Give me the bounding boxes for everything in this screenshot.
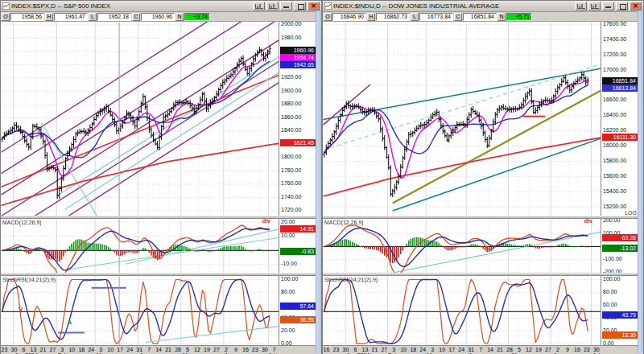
time-axis-day-label: 5 bbox=[186, 347, 189, 352]
price-panel: 2000.001980.001960.001940.001920.001900.… bbox=[1, 22, 321, 216]
low-label: L bbox=[411, 13, 419, 21]
time-axis-day-label: 2 bbox=[556, 347, 559, 352]
time-axis-day-label: 24 bbox=[419, 347, 426, 352]
macd-canvas[interactable] bbox=[1, 219, 279, 273]
chart-tool-button-2[interactable] bbox=[266, 2, 279, 10]
macd-axis[interactable]: 20.0010.00-10.0014.91-0.83 bbox=[279, 219, 316, 273]
chart-tool-button-1[interactable] bbox=[253, 2, 265, 10]
close-button[interactable] bbox=[308, 2, 320, 10]
time-axis-day-label: 10 bbox=[107, 347, 114, 352]
window-scroll-strip[interactable] bbox=[638, 11, 643, 353]
price-badge: 1954.74 bbox=[280, 54, 316, 61]
macd-axis[interactable]: 200.00100.00-100.00-200.0063.28-13.02 bbox=[601, 219, 638, 273]
high-label: H bbox=[45, 13, 53, 21]
chart-window-indu: INDEX:$INDU,D -- DOW JONES INDUSTRIAL AV… bbox=[322, 0, 644, 354]
stochrsi-panel: StochRSI(14,21(2),9) 100.0080.0060.0040.… bbox=[323, 276, 643, 345]
axis-tick-label: 20.00 bbox=[281, 219, 295, 225]
chart-tool-button-2[interactable] bbox=[588, 2, 601, 10]
axis-tick-label: 1840.00 bbox=[281, 127, 301, 134]
axis-tick-label: 100.00 bbox=[603, 276, 620, 282]
price-axis[interactable]: 17600.0017400.0017200.0017000.0016800.00… bbox=[601, 22, 638, 216]
restore-button[interactable] bbox=[294, 2, 306, 10]
titlebar[interactable]: INDEX:$INDU,D -- DOW JONES INDUSTRIAL AV… bbox=[323, 1, 643, 12]
low-label: L bbox=[89, 13, 97, 21]
time-axis-day-label: 30 bbox=[593, 347, 600, 352]
time-axis-day-label: 10 bbox=[400, 347, 407, 352]
time-axis-day-label: 24 bbox=[126, 347, 133, 352]
axis-tick-label: 15400.00 bbox=[603, 188, 626, 195]
axis-tick-label: 16000.00 bbox=[603, 142, 626, 149]
price-badge: 1960.96 bbox=[280, 47, 316, 54]
price-badge: 43.79 bbox=[602, 311, 638, 319]
macd-panel: MACD(12,26,9) 20.0010.00-10.0014.91-0.83 bbox=[1, 219, 321, 273]
low-value: 1952.18 bbox=[97, 13, 131, 21]
axis-tick-label: 1880.00 bbox=[281, 101, 301, 107]
price-chart-canvas[interactable] bbox=[323, 22, 601, 216]
price-badge: 1821.45 bbox=[280, 139, 316, 146]
time-axis-day-label: 13 bbox=[361, 347, 368, 352]
axis-tick-label: 1920.00 bbox=[281, 74, 301, 80]
time-axis-day-label: 9 bbox=[234, 347, 237, 352]
stochrsi-axis[interactable]: 100.0080.0060.0040.0020.000.0043.7913.30 bbox=[601, 276, 638, 345]
minimize-button[interactable] bbox=[280, 2, 292, 10]
restore-icon bbox=[620, 4, 626, 10]
last-value: 16851.84 bbox=[463, 13, 497, 21]
price-badge: 16813.84 bbox=[602, 84, 638, 92]
price-chart-canvas[interactable] bbox=[1, 22, 279, 216]
axis-tick-label: 1780.00 bbox=[281, 167, 301, 174]
axis-tick-label: 15200.00 bbox=[603, 204, 626, 210]
time-axis-day-label: 7 bbox=[147, 347, 151, 352]
quote-bar: O 1958.56 H 1961.47 L 1952.18 C 1960.96 … bbox=[1, 12, 321, 22]
time-axis[interactable]: 2330613212731018243101724317142128512192… bbox=[1, 345, 321, 354]
time-axis-day-label: 27 bbox=[49, 347, 56, 352]
chart-window-spx: INDEX:$SPX,D -- S&P 500 INDEX O 1958.56 … bbox=[0, 0, 322, 354]
time-axis-day-label: 19 bbox=[204, 347, 210, 352]
time-axis-day-label: 6 bbox=[353, 347, 357, 352]
stochrsi-panel: StochRSI(14,21(2),9) 100.0080.0060.0040.… bbox=[1, 276, 321, 345]
open-label: O bbox=[324, 13, 332, 21]
time-axis-day-label: 7 bbox=[479, 347, 482, 352]
axis-tick-label: 100.00 bbox=[281, 276, 298, 282]
open-label: O bbox=[2, 13, 10, 21]
stochrsi-canvas[interactable] bbox=[323, 276, 601, 345]
chart-tool-button-1[interactable] bbox=[575, 2, 587, 10]
time-axis[interactable]: 1623306132127310182431017243171421285121… bbox=[323, 345, 643, 354]
price-axis[interactable]: 2000.001980.001960.001940.001920.001900.… bbox=[279, 22, 316, 216]
axis-tick-label: 200.00 bbox=[603, 219, 620, 224]
time-axis-day-label: 12 bbox=[526, 347, 532, 352]
minimize-button[interactable] bbox=[602, 2, 614, 10]
macd-canvas[interactable] bbox=[323, 219, 601, 273]
time-axis-day-label: 19 bbox=[535, 347, 542, 352]
titlebar[interactable]: INDEX:$SPX,D -- S&P 500 INDEX bbox=[1, 1, 321, 12]
chart-app-icon bbox=[2, 2, 10, 10]
stochrsi-label: StochRSI(14,21(2),9) bbox=[2, 277, 56, 282]
axis-tick-label: 17600.00 bbox=[603, 22, 626, 27]
axis-tick-label: -200.00 bbox=[603, 269, 622, 273]
axis-tick-label: 17000.00 bbox=[603, 67, 626, 73]
axis-tick-label: 16200.00 bbox=[603, 127, 626, 134]
time-axis-day-label: 27 bbox=[545, 347, 551, 352]
time-axis-day-label: 28 bbox=[175, 347, 181, 352]
window-scroll-strip[interactable] bbox=[316, 11, 321, 353]
time-axis-day-label: 27 bbox=[213, 347, 220, 352]
stochrsi-canvas[interactable] bbox=[1, 276, 279, 345]
time-axis-day-label: 3 bbox=[99, 347, 102, 352]
time-axis-day-label: 27 bbox=[381, 347, 387, 352]
time-axis-day-label: 30 bbox=[342, 347, 349, 352]
time-axis-day-label: 21 bbox=[371, 347, 378, 352]
time-axis-day-label: 6 bbox=[22, 347, 25, 352]
time-axis-day-label: 31 bbox=[136, 347, 142, 352]
open-value: 1958.56 bbox=[10, 13, 44, 21]
restore-button[interactable] bbox=[616, 2, 628, 10]
time-axis-day-label: 23 bbox=[252, 347, 258, 352]
price-badge: 57.64 bbox=[280, 303, 316, 310]
time-axis-day-label: 21 bbox=[165, 347, 171, 352]
time-axis-day-label: 16 bbox=[324, 347, 330, 352]
stochrsi-axis[interactable]: 100.0080.0060.0040.0020.000.0057.6436.55 bbox=[279, 276, 316, 345]
time-axis-day-label: 21 bbox=[497, 347, 503, 352]
time-axis-day-label: 30 bbox=[11, 347, 18, 352]
close-button[interactable] bbox=[630, 2, 642, 10]
chart-tool-icon bbox=[577, 4, 585, 9]
axis-tick-label: 17400.00 bbox=[603, 36, 626, 43]
chart-tool-icon bbox=[591, 4, 599, 9]
